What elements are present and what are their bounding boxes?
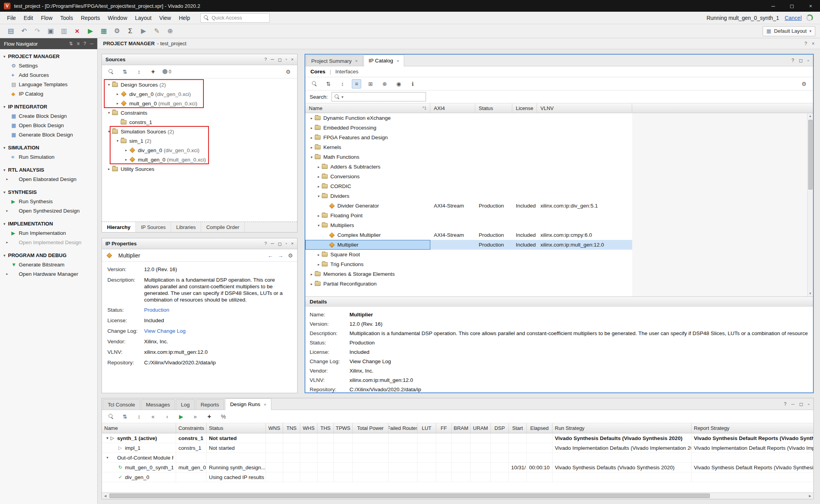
quick-access-input[interactable]: Quick Access: [200, 13, 270, 23]
flow-section-header-simulation[interactable]: ▾SIMULATION: [0, 143, 97, 152]
minimize-icon[interactable]: ─: [90, 41, 93, 46]
tab-ip-sources[interactable]: IP Sources: [136, 222, 171, 232]
sidebar-item-open-hardware-manager[interactable]: ▸Open Hardware Manager: [0, 269, 97, 279]
sidebar-item-settings[interactable]: ⚙Settings: [0, 61, 97, 70]
flow-section-header-program-and-debug[interactable]: ▾PROGRAM AND DEBUG: [0, 250, 97, 260]
save-button[interactable]: ▤: [5, 26, 17, 37]
scrollbar-track[interactable]: [109, 493, 807, 499]
column-header-ths[interactable]: THS: [317, 423, 334, 433]
run-button[interactable]: ▶: [84, 26, 96, 37]
link-view-change-log[interactable]: View Change Log: [349, 357, 391, 366]
catalog-row-complex-multiplier[interactable]: Complex MultiplierAXI4-StreamProductionI…: [305, 230, 632, 240]
column-header-whs[interactable]: WHS: [300, 423, 317, 433]
expand-all-button[interactable]: ↕: [134, 67, 144, 76]
vertical-scrollbar[interactable]: ▲▼: [807, 113, 813, 296]
sidebar-item-create-block-design[interactable]: ▦Create Block Design: [0, 111, 97, 121]
search-button[interactable]: [310, 79, 319, 89]
scrollbar-thumb[interactable]: [808, 120, 813, 190]
flow-section-header-implementation[interactable]: ▾IMPLEMENTATION: [0, 219, 97, 228]
chevron-down-icon[interactable]: ▾: [114, 139, 121, 143]
catalog-row-cordic[interactable]: ▸CORDIC: [305, 181, 632, 191]
catalog-row-floating-point[interactable]: ▸Floating Point: [305, 211, 632, 220]
run-row-div-gen-0[interactable]: ✓div_gen_0Using cached IP results: [102, 472, 813, 482]
chevron-right-icon[interactable]: ▸: [316, 175, 322, 179]
sidebar-item-open-elaborated-design[interactable]: ▸Open Elaborated Design: [0, 174, 97, 184]
float-icon[interactable]: ▫: [285, 57, 287, 62]
menu-edit[interactable]: Edit: [20, 12, 37, 24]
column-header-tns[interactable]: TNS: [283, 423, 300, 433]
help-icon[interactable]: ?: [264, 241, 267, 247]
sidebar-item-generate-bitstream[interactable]: ▼Generate Bitstream: [0, 260, 97, 269]
column-header-uram[interactable]: URAM: [471, 423, 491, 433]
flow-section-header-ip-integrator[interactable]: ▾IP INTEGRATOR: [0, 102, 97, 111]
chevron-right-icon[interactable]: ▸: [308, 146, 315, 149]
chevron-right-icon[interactable]: ▸: [308, 282, 315, 286]
column-header-name[interactable]: Name^1: [305, 103, 430, 113]
menu-window[interactable]: Window: [104, 12, 131, 24]
chevron-right-icon[interactable]: ▸: [123, 158, 129, 161]
close-button[interactable]: ×: [801, 0, 820, 12]
column-header-start[interactable]: Start: [509, 423, 527, 433]
chevron-down-icon[interactable]: ▾: [316, 194, 322, 198]
catalog-row-memories-storage-elements[interactable]: ▸Memories & Storage Elements: [305, 269, 632, 279]
tab-interfaces[interactable]: Interfaces: [335, 69, 358, 75]
sidebar-item-add-sources[interactable]: +Add Sources: [0, 70, 97, 80]
column-header-vlnv[interactable]: VLNV: [537, 103, 632, 113]
sidebar-item-generate-block-design[interactable]: ▦Generate Block Design: [0, 130, 97, 139]
float-icon[interactable]: ▫: [808, 58, 809, 63]
chevron-down-icon[interactable]: ▾: [308, 155, 315, 159]
column-header-wns[interactable]: WNS: [266, 423, 283, 433]
tab-messages[interactable]: Messages: [141, 399, 175, 410]
catalog-row-multiplier[interactable]: MultiplierProductionIncludedxilinx.com:i…: [305, 240, 632, 250]
sidebar-item-language-templates[interactable]: ▤Language Templates: [0, 80, 97, 89]
maximize-icon[interactable]: ◻: [799, 401, 803, 407]
collapse-all-button[interactable]: ⇅: [120, 67, 130, 76]
menu-flow[interactable]: Flow: [37, 12, 57, 24]
tab-cores[interactable]: Cores: [310, 69, 325, 75]
sum-button[interactable]: Σ: [124, 26, 136, 37]
step-button[interactable]: ▶: [137, 26, 150, 37]
source-tree-item-sim-1[interactable]: ▾sim_1 (2): [102, 136, 297, 146]
back-arrow-icon[interactable]: ←: [267, 252, 273, 259]
chevron-right-icon[interactable]: ▸: [316, 185, 322, 188]
settings-button[interactable]: ⚙: [111, 26, 123, 37]
catalog-row-divider-generator[interactable]: Divider GeneratorAXI4-StreamProductionIn…: [305, 201, 632, 211]
sidebar-item-run-implementation[interactable]: ▶Run Implementation: [0, 228, 97, 238]
menu-layout[interactable]: Layout: [131, 12, 155, 24]
chevron-right-icon[interactable]: ▸: [308, 116, 315, 120]
sidebar-item-run-simulation[interactable]: ≈Run Simulation: [0, 152, 97, 161]
catalog-row-fpga-features-and-design[interactable]: ▸FPGA Features and Design: [305, 133, 632, 142]
help-icon[interactable]: ?: [791, 58, 794, 63]
close-icon[interactable]: ×: [264, 402, 266, 407]
close-icon[interactable]: ×: [397, 59, 399, 63]
maximize-icon[interactable]: ◻: [799, 58, 803, 63]
chevron-right-icon[interactable]: ▸: [114, 92, 121, 96]
minimize-icon[interactable]: ─: [271, 241, 274, 247]
edit-button[interactable]: ✎: [151, 26, 163, 37]
redo-button[interactable]: ↷: [31, 26, 43, 37]
flow-section-header-rtl-analysis[interactable]: ▾RTL ANALYSIS: [0, 165, 97, 174]
tab-project-summary[interactable]: Project Summary×: [306, 55, 363, 66]
catalog-search-input[interactable]: ▾: [332, 92, 426, 101]
column-header-report-strategy[interactable]: Report Strategy: [692, 423, 813, 433]
column-header-dsp[interactable]: DSP: [491, 423, 509, 433]
chevron-right-icon[interactable]: ▸: [316, 253, 322, 257]
catalog-row-adders-subtracters[interactable]: ▸Adders & Subtracters: [305, 162, 632, 172]
reports-button[interactable]: ▦: [98, 26, 110, 37]
column-header-elapsed[interactable]: Elapsed: [527, 423, 553, 433]
source-tree-item-design-sources[interactable]: ▾Design Sources (2): [102, 80, 297, 89]
column-header-status[interactable]: Status: [207, 423, 266, 433]
menu-file[interactable]: File: [3, 12, 20, 24]
layout-selector[interactable]: ▦ Default Layout ▾: [763, 26, 815, 36]
sidebar-item-open-implemented-design[interactable]: ▸Open Implemented Design: [0, 238, 97, 247]
tab-libraries[interactable]: Libraries: [171, 222, 201, 232]
stop-button[interactable]: ×: [71, 26, 83, 37]
run-row-impl-1[interactable]: ▷impl_1constrs_1Not startedVivado Implem…: [102, 443, 813, 453]
catalog-row-trig-functions[interactable]: ▸Trig Functions: [305, 259, 632, 269]
search-button[interactable]: [106, 412, 116, 421]
menu-reports[interactable]: Reports: [77, 12, 104, 24]
chevron-right-icon[interactable]: ▸: [123, 148, 129, 152]
tab-reports[interactable]: Reports: [196, 399, 224, 410]
search-button[interactable]: [106, 67, 116, 76]
menu-help[interactable]: Help: [175, 12, 194, 24]
